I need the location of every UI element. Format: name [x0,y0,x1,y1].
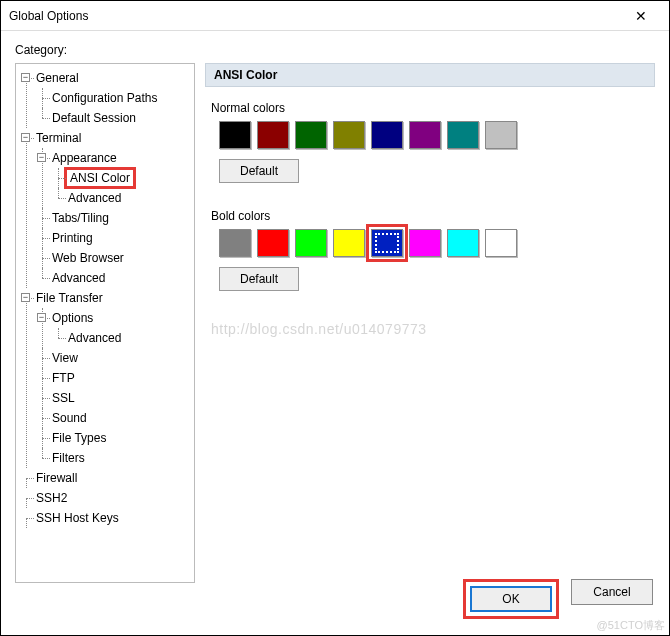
tree-node-ssl[interactable]: SSL [52,391,75,405]
expand-icon[interactable]: − [21,73,30,82]
tree-node-terminal[interactable]: Terminal [36,131,81,145]
tree-node-file-transfer[interactable]: File Transfer [36,291,103,305]
tree-node-advanced[interactable]: Advanced [68,191,121,205]
tree-node-file-types[interactable]: File Types [52,431,106,445]
watermark-corner: @51CTO博客 [597,618,665,633]
tree-node-advanced[interactable]: Advanced [68,331,121,345]
expand-icon[interactable]: − [37,313,46,322]
tree-node-default-session[interactable]: Default Session [52,111,136,125]
dialog-buttons: OK Cancel [463,579,653,619]
normal-colors-title: Normal colors [211,101,649,115]
normal-color-swatch-5[interactable] [409,121,441,149]
title-bar: Global Options ✕ [1,1,669,31]
ok-highlight: OK [463,579,559,619]
window-title: Global Options [9,9,621,23]
expand-icon[interactable]: − [21,293,30,302]
normal-color-swatch-0[interactable] [219,121,251,149]
normal-color-swatch-7[interactable] [485,121,517,149]
bold-colors-title: Bold colors [211,209,649,223]
expand-icon[interactable]: − [21,133,30,142]
bold-colors-row [211,229,649,257]
bold-color-swatch-6[interactable] [447,229,479,257]
normal-color-swatch-3[interactable] [333,121,365,149]
tree-node-sound[interactable]: Sound [52,411,87,425]
bold-color-swatch-4[interactable] [371,229,403,257]
tree-node-tabs[interactable]: Tabs/Tiling [52,211,109,225]
normal-default-button[interactable]: Default [219,159,299,183]
normal-color-swatch-2[interactable] [295,121,327,149]
tree-node-appearance[interactable]: Appearance [52,151,117,165]
normal-color-swatch-6[interactable] [447,121,479,149]
bold-color-swatch-2[interactable] [295,229,327,257]
category-label: Category: [15,43,655,57]
bold-color-swatch-7[interactable] [485,229,517,257]
tree-node-ftp[interactable]: FTP [52,371,75,385]
tree-node-general[interactable]: General [36,71,79,85]
bold-color-swatch-1[interactable] [257,229,289,257]
tree-node-options[interactable]: Options [52,311,93,325]
bold-default-button[interactable]: Default [219,267,299,291]
normal-colors-row [211,121,649,149]
cancel-button[interactable]: Cancel [571,579,653,605]
ok-button[interactable]: OK [470,586,552,612]
tree-node-filters[interactable]: Filters [52,451,85,465]
category-tree[interactable]: −General Configuration Paths Default Ses… [15,63,195,583]
bold-color-swatch-3[interactable] [333,229,365,257]
bold-color-swatch-0[interactable] [219,229,251,257]
tree-node-ssh-host-keys[interactable]: SSH Host Keys [36,511,119,525]
tree-node-ssh2[interactable]: SSH2 [36,491,67,505]
normal-color-swatch-4[interactable] [371,121,403,149]
expand-icon[interactable]: − [37,153,46,162]
section-header: ANSI Color [205,63,655,87]
content-area: Category: −General Configuration Paths D… [1,31,669,583]
tree-node-config-paths[interactable]: Configuration Paths [52,91,157,105]
tree-node-firewall[interactable]: Firewall [36,471,77,485]
tree-node-printing[interactable]: Printing [52,231,93,245]
tree-node-view[interactable]: View [52,351,78,365]
bold-colors-group: Bold colors Default [205,205,655,303]
normal-color-swatch-1[interactable] [257,121,289,149]
tree-node-advanced[interactable]: Advanced [52,271,105,285]
tree-node-ansi-color[interactable]: ANSI Color [68,171,132,185]
bold-color-swatch-5[interactable] [409,229,441,257]
close-icon[interactable]: ✕ [621,8,661,24]
tree-node-web-browser[interactable]: Web Browser [52,251,124,265]
normal-colors-group: Normal colors Default [205,97,655,195]
